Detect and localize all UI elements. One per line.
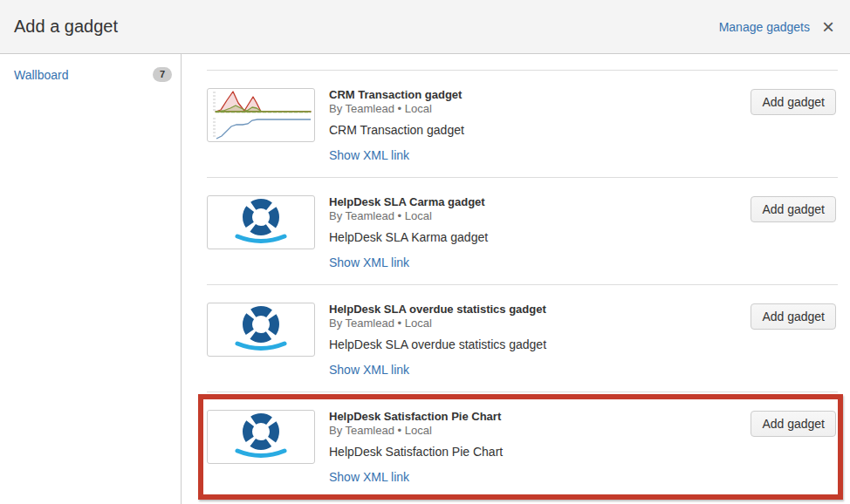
gadget-row: CRM Transaction gadget By Teamlead • Loc… [207,70,838,177]
gadget-thumbnail [207,410,315,464]
gadget-description: HelpDesk Satisfaction Pie Chart [329,445,838,459]
show-xml-link[interactable]: Show XML link [329,363,409,377]
show-xml-link[interactable]: Show XML link [329,255,409,269]
gadget-thumbnail [207,88,315,142]
show-xml-link[interactable]: Show XML link [329,470,409,484]
page-title: Add a gadget [14,17,118,37]
crm-chart-icon [208,89,314,141]
lifebuoy-icon [208,411,314,463]
sidebar-item-label[interactable]: Wallboard [14,68,69,82]
dialog-body: Wallboard 7 CRM Transaction gadget By Te… [0,54,850,504]
header-actions: Manage gadgets × [719,18,834,36]
main-area: CRM Transaction gadget By Teamlead • Loc… [182,54,850,504]
gadget-description: HelpDesk SLA overdue statistics gadget [329,337,838,351]
manage-gadgets-link[interactable]: Manage gadgets [719,20,810,34]
gadget-description: CRM Transaction gadget [329,123,838,137]
gadget-list: CRM Transaction gadget By Teamlead • Loc… [207,54,838,499]
add-gadget-button[interactable]: Add gadget [751,196,836,222]
add-gadget-button[interactable]: Add gadget [751,411,836,437]
add-gadget-button[interactable]: Add gadget [751,89,836,115]
gadget-count-badge: 7 [153,67,172,82]
gadget-thumbnail [207,303,315,357]
sidebar-item-wallboard[interactable]: Wallboard 7 [0,54,181,82]
dialog-header: Add a gadget Manage gadgets × [0,0,850,54]
add-gadget-button[interactable]: Add gadget [751,303,836,330]
gadget-row: HelpDesk Satisfaction Pie Chart By Teaml… [207,392,838,499]
show-xml-link[interactable]: Show XML link [329,148,409,162]
lifebuoy-icon [208,196,314,249]
close-icon[interactable]: × [822,18,834,36]
gadget-row: HelpDesk SLA overdue statistics gadget B… [207,284,838,392]
lifebuoy-icon [208,303,314,356]
gadget-thumbnail [207,195,315,249]
gadget-row: HelpDesk SLA Carma gadget By Teamlead • … [207,177,838,284]
gadget-description: HelpDesk SLA Karma gadget [329,230,838,244]
sidebar: Wallboard 7 [0,54,182,504]
